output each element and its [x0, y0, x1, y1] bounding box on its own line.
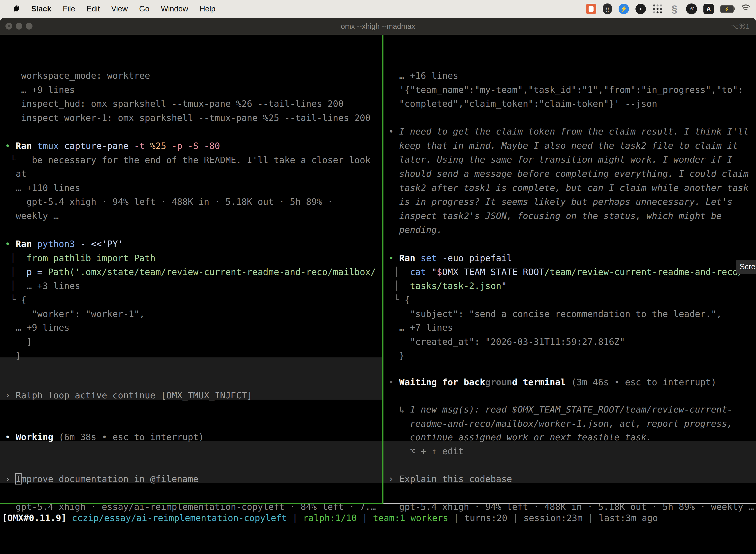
apple-menu-icon[interactable]: [14, 5, 20, 13]
screen: Slack File Edit View Go Window Help ⣿ ⚡ …: [0, 0, 756, 554]
omx-status-pane: [OMX#0.11.9] cczip/essay/ai-reimplementa…: [2, 35, 756, 554]
window-title: omx --xhigh --madmax: [0, 18, 756, 35]
counter-badge-icon[interactable]: ..61: [686, 3, 697, 14]
window-shortcut-hint: ⌥⌘1: [731, 18, 750, 35]
a-badge-icon[interactable]: A: [703, 4, 714, 14]
menu-view[interactable]: View: [111, 4, 128, 13]
squiggle-icon[interactable]: §: [669, 4, 680, 14]
menu-app-name[interactable]: Slack: [31, 4, 51, 13]
menu-help[interactable]: Help: [200, 4, 215, 13]
menu-go[interactable]: Go: [139, 4, 149, 13]
screen-tooltip: Scre: [736, 260, 756, 274]
wifi-icon[interactable]: [740, 4, 752, 13]
window-titlebar[interactable]: omx --xhigh --madmax ⌥⌘1: [0, 18, 756, 35]
battery-icon[interactable]: ⚡: [720, 5, 734, 13]
terminal-content: workspace_mode: worktree … +9 lines insp…: [0, 35, 756, 554]
terminal-line: [OMX#0.11.9] cczip/essay/ai-reimplementa…: [2, 511, 658, 525]
menu-edit[interactable]: Edit: [86, 4, 100, 13]
dark-crescent-icon[interactable]: ◖: [635, 4, 646, 14]
menu-bar: Slack File Edit View Go Window Help ⣿ ⚡ …: [0, 0, 756, 18]
chat-app-icon[interactable]: [586, 4, 596, 14]
dots-grid-icon[interactable]: [652, 4, 663, 14]
messenger-icon[interactable]: ⚡: [619, 4, 629, 14]
terminal-window: omx --xhigh --madmax ⌥⌘1 workspace_mode:…: [0, 18, 756, 554]
menu-window[interactable]: Window: [161, 4, 188, 13]
menu-status-icons: ⣿ ⚡ ◖ § ..61 A ⚡: [586, 0, 752, 18]
menu-file[interactable]: File: [63, 4, 75, 13]
keypad-shield-icon[interactable]: ⣿: [603, 3, 612, 14]
